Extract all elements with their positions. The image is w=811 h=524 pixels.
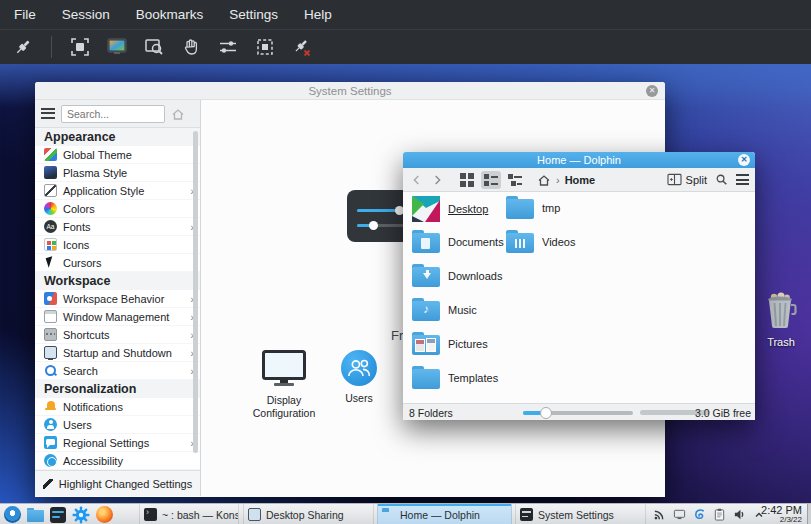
close-icon[interactable]: ✕: [738, 154, 750, 166]
section-header: Personalization: [35, 380, 200, 398]
pen-icon: [43, 479, 53, 489]
sidebar-item-cursors[interactable]: Cursors: [35, 254, 200, 272]
section-header: Appearance: [35, 128, 200, 146]
dolphin-titlebar[interactable]: Home — Dolphin ✕: [403, 152, 755, 168]
sidebar-item-global-theme[interactable]: Global Theme: [35, 146, 200, 164]
close-icon[interactable]: ✕: [646, 85, 658, 97]
fullscreen-icon[interactable]: [69, 36, 91, 58]
sidebar-item-regional-settings[interactable]: Regional Settings: [35, 434, 200, 452]
back-icon[interactable]: [409, 172, 425, 188]
volume-icon[interactable]: [732, 508, 746, 522]
sidebar-item-accessibility[interactable]: Accessibility: [35, 452, 200, 470]
system-settings-launcher-icon[interactable]: [72, 506, 90, 524]
details-view-button[interactable]: [505, 171, 525, 189]
home-icon[interactable]: [171, 107, 185, 121]
firefox-icon[interactable]: [95, 506, 113, 524]
folder-item-music[interactable]: ♪ Music: [412, 298, 477, 321]
system-settings-titlebar[interactable]: System Settings ✕: [35, 82, 665, 100]
menu-session[interactable]: Session: [58, 5, 114, 24]
slider-fill: [357, 209, 399, 212]
search-settings-icon: [44, 364, 57, 377]
desktop-folder-icon: [412, 196, 440, 222]
quick-settings-launcher-icon[interactable]: [49, 506, 67, 524]
sidebar-item-shortcuts[interactable]: Shortcuts: [35, 326, 200, 344]
sidebar-item-icons[interactable]: Icons: [35, 236, 200, 254]
task-system-settings[interactable]: System Settings: [515, 504, 646, 524]
folder-item-videos[interactable]: Videos: [506, 230, 575, 253]
menu-file[interactable]: File: [10, 5, 40, 24]
clock[interactable]: 2:42 PM 2/3/22: [750, 505, 802, 524]
task-dolphin[interactable]: Home — Dolphin: [377, 504, 512, 524]
fit-window-icon[interactable]: [254, 36, 276, 58]
application-launcher-icon[interactable]: [3, 506, 21, 524]
folder-label: Videos: [542, 236, 575, 248]
system-tray: [652, 504, 766, 524]
disconnect-icon[interactable]: [291, 36, 313, 58]
sidebar-item-window-management[interactable]: Window Management: [35, 308, 200, 326]
zoom-slider[interactable]: [523, 411, 633, 415]
grab-all-keys-icon[interactable]: [180, 36, 202, 58]
folder-icon: [412, 264, 440, 287]
hamburger-menu-icon[interactable]: [41, 108, 55, 119]
folder-item-documents[interactable]: Documents: [412, 230, 504, 253]
search-icon[interactable]: [715, 173, 728, 186]
plasma-swirl-tray-icon[interactable]: [692, 508, 706, 522]
colors-icon: [44, 202, 57, 215]
dolphin-launcher-icon[interactable]: [26, 506, 44, 524]
sidebar-item-notifications[interactable]: Notifications: [35, 398, 200, 416]
highlight-changed-settings-button[interactable]: Highlight Changed Settings: [35, 470, 200, 496]
icons-view-button[interactable]: [457, 171, 477, 189]
menu-settings[interactable]: Settings: [225, 5, 282, 24]
split-button[interactable]: Split: [667, 173, 707, 186]
sidebar-scrollbar[interactable]: [193, 131, 198, 453]
folder-item-desktop[interactable]: Desktop: [412, 196, 488, 222]
screen: File Session Bookmarks Settings Help: [0, 0, 811, 524]
task-label: Home — Dolphin: [400, 509, 480, 521]
desktop-sharing-icon: [248, 508, 261, 521]
sidebar-item-colors[interactable]: Colors: [35, 200, 200, 218]
peek-desktop-button[interactable]: [807, 504, 811, 524]
workspace-behavior-icon: [44, 292, 57, 305]
scale-icon[interactable]: [217, 36, 239, 58]
zoom-slider-handle[interactable]: [540, 407, 552, 419]
task-label: System Settings: [538, 509, 614, 521]
remote-desktop-wallpaper: System Settings ✕ Appearance Global Them…: [0, 64, 811, 503]
folder-item-downloads[interactable]: Downloads: [412, 264, 502, 287]
sidebar-item-fonts[interactable]: Fonts: [35, 218, 200, 236]
sidebar-item-startup-and-shutdown[interactable]: Startup and Shutdown: [35, 344, 200, 362]
new-connection-icon[interactable]: [12, 36, 34, 58]
sidebar-item-application-style[interactable]: Application Style: [35, 182, 200, 200]
sidebar-item-search[interactable]: Search: [35, 362, 200, 380]
item-label: Users: [63, 419, 92, 431]
sidebar-item-plasma-style[interactable]: Plasma Style: [35, 164, 200, 182]
forward-icon[interactable]: [429, 172, 445, 188]
folder-item-templates[interactable]: Templates: [412, 366, 498, 389]
split-label: Split: [686, 174, 707, 186]
hamburger-menu-icon[interactable]: [736, 174, 749, 185]
system-settings-sidebar: Appearance Global Theme Plasma Style App…: [35, 100, 201, 496]
sidebar-list: Appearance Global Theme Plasma Style App…: [35, 128, 200, 470]
clipboard-icon[interactable]: [712, 508, 726, 522]
rss-broadcast-icon[interactable]: [652, 508, 666, 522]
folder-item-tmp[interactable]: tmp: [506, 196, 560, 219]
view-only-icon[interactable]: [143, 36, 165, 58]
search-input[interactable]: [61, 105, 165, 123]
breadcrumb-location[interactable]: Home: [565, 174, 596, 186]
details-view-icon: [508, 173, 522, 187]
task-konsole[interactable]: ~ : bash — Konsole: [139, 504, 239, 524]
trash-desktop-icon[interactable]: Trash: [757, 290, 805, 348]
folder-icon: ♪: [412, 298, 440, 321]
menu-bookmarks[interactable]: Bookmarks: [132, 5, 208, 24]
compact-view-button[interactable]: [481, 171, 501, 189]
sidebar-item-users[interactable]: Users: [35, 416, 200, 434]
section-header: Workspace: [35, 272, 200, 290]
task-desktop-sharing[interactable]: Desktop Sharing: [243, 504, 374, 524]
take-screenshot-icon[interactable]: [106, 36, 128, 58]
screen-share-tray-icon[interactable]: [672, 508, 686, 522]
sidebar-item-workspace-behavior[interactable]: Workspace Behavior: [35, 290, 200, 308]
home-icon[interactable]: [537, 173, 551, 187]
users-shortcut[interactable]: Users: [321, 350, 397, 405]
folder-item-pictures[interactable]: Pictures: [412, 332, 488, 355]
menu-help[interactable]: Help: [300, 5, 336, 24]
display-configuration-shortcut[interactable]: Display Configuration: [242, 350, 326, 420]
